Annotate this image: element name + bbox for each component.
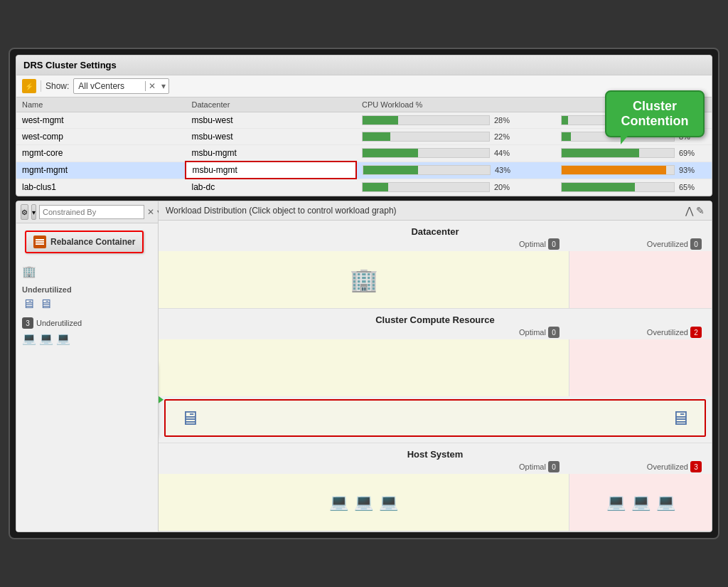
rebalance-button[interactable]: Rebalance Container xyxy=(25,231,144,253)
chevron-down-icon[interactable]: ▾ xyxy=(159,81,168,91)
cluster-section: PerfectOpportunityto Balance Cluster Com… xyxy=(159,309,712,443)
host-icon1[interactable]: 💻 xyxy=(329,493,348,512)
host-optimal-area: 💻 💻 💻 xyxy=(159,474,569,531)
sidebar-host-icon2[interactable]: 💻 xyxy=(39,332,53,345)
settings-icon-btn[interactable]: ⚙ xyxy=(21,204,28,220)
cluster-left-icon[interactable]: 🖥 xyxy=(180,406,200,430)
host-icon2[interactable]: 💻 xyxy=(354,493,373,512)
cell-datacenter: msbu-west xyxy=(186,112,356,129)
cell-name: lab-clus1 xyxy=(16,179,186,196)
col-spacer xyxy=(541,97,555,112)
sidebar-host-underutil-badge: 3 xyxy=(22,317,33,329)
cell-cpu: 44% xyxy=(356,145,541,162)
cluster-optimal-area xyxy=(159,339,569,396)
cell-spacer xyxy=(541,145,555,162)
host-icon5[interactable]: 💻 xyxy=(631,493,651,512)
cell-datacenter-highlighted: msbu-mgmt xyxy=(186,162,356,179)
workload-sidebar: ⚙ ▾ ✕ ▾ ⊞ Rebalance Conta xyxy=(16,201,159,532)
cell-contention: 65% xyxy=(555,179,712,196)
sidebar-dc-icon: 🏢 xyxy=(22,265,36,278)
cell-name: west-comp xyxy=(16,129,186,145)
cell-name: mgmt-core xyxy=(16,145,186,162)
bottom-panel: ⚙ ▾ ✕ ▾ ⊞ Rebalance Conta xyxy=(16,201,712,532)
cell-cpu: 43% xyxy=(356,162,541,179)
sidebar-host-section: 3 Underutilized 💻 💻 💻 xyxy=(16,314,158,348)
col-name: Name xyxy=(16,97,186,112)
collapse-icon[interactable]: ⋀ xyxy=(685,205,693,216)
cell-contention-high: 93% xyxy=(555,162,712,179)
datacenter-row: 🏢 xyxy=(159,251,712,308)
cluster-icons-row: 🖥 🖥 xyxy=(164,399,706,437)
dc-optimal-area: 🏢 xyxy=(159,251,569,308)
cell-cpu: 28% xyxy=(356,112,541,129)
svg-rect-2 xyxy=(36,243,44,245)
cell-name: mgmt-mgmt xyxy=(16,162,186,179)
host-overutil-area: 💻 💻 💻 xyxy=(569,474,712,531)
cell-datacenter: lab-dc xyxy=(186,179,356,196)
show-label: Show: xyxy=(46,81,69,91)
toolbar-lightning-icon: ⚡ xyxy=(22,79,36,93)
cell-datacenter: msbu-west xyxy=(186,129,356,145)
rebalance-label: Rebalance Container xyxy=(50,237,135,247)
table-row[interactable]: mgmt-core msbu-mgmt 44% 6 xyxy=(16,145,712,162)
workload-title: Workload Distribution (Click object to c… xyxy=(166,206,397,216)
sidebar-host-icon3[interactable]: 💻 xyxy=(56,332,70,345)
host-optimal-badge: 0 xyxy=(548,461,560,472)
workload-toolbar: ⚙ ▾ ✕ ▾ ⊞ xyxy=(16,201,158,223)
sidebar-cluster-icon2[interactable]: 🖥 xyxy=(39,297,52,312)
workload-header: Workload Distribution (Click object to c… xyxy=(159,201,712,221)
constrained-input[interactable] xyxy=(39,205,144,219)
sidebar-host-underutil-label: Underutilized xyxy=(36,319,82,327)
sidebar-dc-section: 🏢 xyxy=(16,260,158,282)
cluster-title: Cluster Compute Resource xyxy=(159,309,712,327)
cell-spacer xyxy=(541,179,555,196)
table-row-selected[interactable]: mgmt-mgmt msbu-mgmt 43% 9 xyxy=(16,162,712,179)
col-datacenter: Datacenter xyxy=(186,97,356,112)
host-icon4[interactable]: 💻 xyxy=(606,493,626,512)
sidebar-cluster-section: Underutilized 🖥 🖥 xyxy=(16,282,158,314)
datacenter-section: Datacenter Optimal 0 Overutilized 0 🏢 xyxy=(159,221,712,309)
host-row: 💻 💻 💻 💻 💻 💻 xyxy=(159,474,712,531)
cluster-contention-callout: Cluster Contention xyxy=(605,90,705,137)
cluster-right-icon[interactable]: 🖥 xyxy=(670,406,690,430)
vcenter-dropdown[interactable]: All vCenters ✕ ▾ xyxy=(73,78,169,94)
sidebar-underutil-label: Underutilized xyxy=(22,285,72,294)
dc-overutil-badge: 0 xyxy=(690,238,702,250)
clear-icon[interactable]: ✕ xyxy=(146,81,159,91)
cell-spacer xyxy=(541,112,555,129)
cell-cpu: 20% xyxy=(356,179,541,196)
col-cpu: CPU Workload % xyxy=(356,97,541,112)
cell-spacer xyxy=(541,162,555,179)
table-row[interactable]: lab-clus1 lab-dc 20% 65% xyxy=(16,179,712,196)
cell-datacenter: msbu-mgmt xyxy=(186,145,356,162)
dropdown-controls: ✕ ▾ xyxy=(145,81,168,91)
dc-optimal-badge: 0 xyxy=(548,238,560,250)
panel-title: DRS Cluster Settings xyxy=(16,55,712,75)
app-container: DRS Cluster Settings ⚡ Show: All vCenter… xyxy=(9,48,719,539)
dropdown-icon-btn[interactable]: ▾ xyxy=(31,204,36,220)
cluster-overutil-badge: 2 xyxy=(690,327,702,338)
rebalance-icon xyxy=(33,236,46,248)
host-section: Host System Optimal 0 Overutilized 3 💻 💻 xyxy=(159,443,712,532)
host-overutil-badge: 3 xyxy=(690,461,702,472)
svg-rect-1 xyxy=(36,241,44,243)
host-right-icons: 💻 💻 💻 xyxy=(601,487,681,517)
toolbar-separator xyxy=(41,80,41,92)
host-left-icons: 💻 💻 💻 xyxy=(323,487,404,517)
edit-icon[interactable]: ✎ xyxy=(696,205,705,216)
cluster-optimal-badge: 0 xyxy=(548,327,560,338)
cell-spacer xyxy=(541,129,555,145)
sidebar-host-icon1[interactable]: 💻 xyxy=(22,332,36,345)
host-icon6[interactable]: 💻 xyxy=(656,493,675,512)
cell-name: west-mgmt xyxy=(16,112,186,129)
svg-rect-0 xyxy=(36,239,44,240)
sidebar-cluster-icon[interactable]: 🖥 xyxy=(22,297,35,312)
host-title: Host System xyxy=(159,443,712,461)
datacenter-title: Datacenter xyxy=(159,221,712,238)
cluster-row xyxy=(159,339,712,396)
cell-contention: 69% xyxy=(555,145,712,162)
dc-building-icon: 🏢 xyxy=(350,266,378,293)
host-icon3[interactable]: 💻 xyxy=(379,493,398,512)
constrained-clear-icon[interactable]: ✕ xyxy=(147,207,154,217)
vcenter-value: All vCenters xyxy=(74,81,145,91)
